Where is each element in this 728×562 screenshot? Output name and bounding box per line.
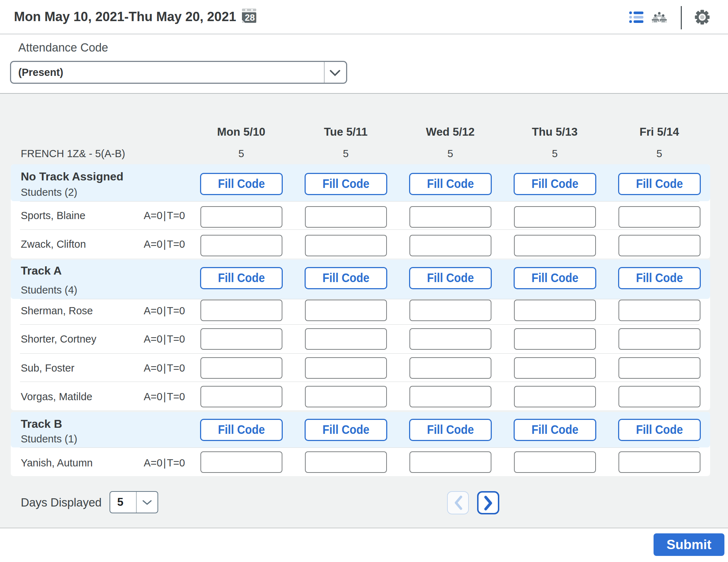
svg-text:28: 28 — [245, 13, 255, 23]
